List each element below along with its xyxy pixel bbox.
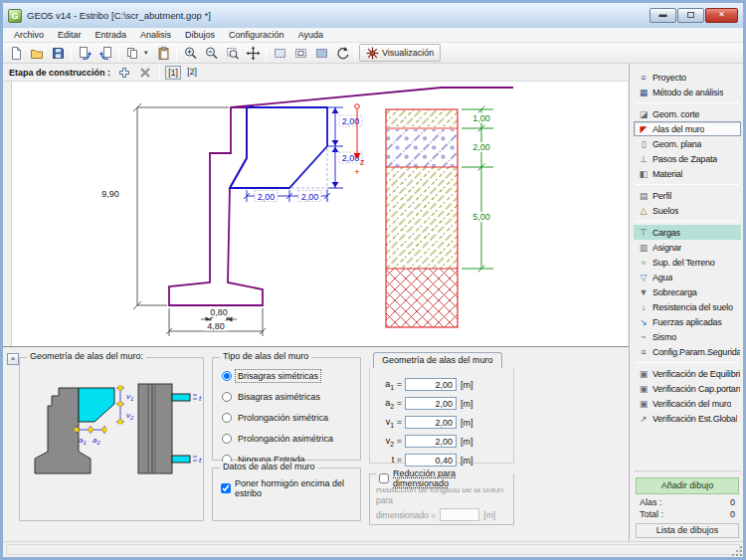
sidebar-item-sismo[interactable]: ~ Sismo — [634, 329, 741, 344]
reduction-checkbox[interactable] — [379, 473, 389, 483]
radio-bisagras-asimetricas-input[interactable] — [222, 392, 232, 402]
sidebar-item-alas-del-muro[interactable]: ◤ Alas del muro — [634, 121, 741, 136]
minimize-button[interactable]: ▬ — [650, 8, 676, 23]
menu-editar[interactable]: Editar — [51, 28, 89, 43]
stage-2-button[interactable]: [2] — [184, 66, 200, 80]
zoom-extents-button[interactable] — [222, 44, 242, 62]
surcharge-icon: ▼ — [638, 286, 650, 298]
select-fill-button[interactable] — [311, 44, 331, 62]
water-icon: ▽ — [638, 272, 650, 283]
svg-text:a2: a2 — [93, 436, 100, 446]
sidebar-item-material[interactable]: ◧ Material — [634, 166, 741, 181]
sidebar-item-verificacion-est-global[interactable]: ↗ Verificación Est.Global — [634, 411, 741, 426]
copy-button[interactable] — [122, 44, 142, 62]
select-region-button[interactable] — [270, 44, 289, 62]
reduction-checkbox-row[interactable]: Reducción para dimensionado — [376, 468, 513, 488]
soil-resistance-icon: ↓ — [638, 301, 650, 313]
title-bar[interactable]: G GEO5 v14 - Estribo [C:\scr_abutment.go… — [3, 3, 743, 28]
remove-stage-button[interactable] — [136, 65, 154, 80]
radio-bisagras-simetricas-input[interactable] — [222, 371, 232, 381]
radio-prolongacion-asimetrica-input[interactable] — [222, 434, 232, 444]
sidebar-item-geom-corte[interactable]: ◪ Geom. corte — [634, 106, 741, 121]
app-icon: G — [8, 9, 22, 23]
stem-width-label: 0,80 — [210, 307, 228, 317]
sidebar-item-sobrecarga[interactable]: ▼ Sobrecarga — [634, 284, 741, 299]
menu-ayuda[interactable]: Ayuda — [291, 28, 330, 43]
sidebar-item-cargas[interactable]: ⊤ Cargas — [634, 225, 741, 240]
zoom-out-icon — [204, 46, 219, 61]
copy-view-icon — [78, 46, 93, 61]
paste-button[interactable] — [153, 44, 173, 62]
main-toolbar: ▾ Visualizació — [3, 43, 743, 64]
status-bar — [3, 541, 743, 557]
zoom-out-button[interactable] — [201, 44, 221, 62]
field-row-a1: a1 = [m] — [370, 375, 513, 394]
sidebar-item-suelos[interactable]: △ Suelos — [634, 203, 741, 218]
wing-wall-icon: ◤ — [638, 123, 650, 135]
sidebar-item-resistencia-del-suelo[interactable]: ↓ Resistencia del suelo — [634, 299, 741, 314]
zoom-in-button[interactable] — [180, 44, 200, 62]
menu-analisis[interactable]: Analisis — [133, 28, 178, 43]
select-window-button[interactable] — [290, 44, 310, 62]
z-axis: z + — [354, 104, 366, 177]
sidebar-item-geom-plana[interactable]: ▯ Geom. plana — [634, 136, 741, 151]
sidebar-item-verificacion-del-muro[interactable]: ▣ Verificación del muro — [634, 396, 741, 411]
sidebar-item-fuerzas-aplicadas[interactable]: ↘ Fuerzas aplicadas — [634, 314, 741, 329]
z-axis-label: z — [360, 157, 365, 167]
radio-prolongacion-simetrica[interactable]: Prolongación simétrica — [222, 407, 360, 428]
sidebar-item-sup-del-terreno[interactable]: ≈ Sup. del Terreno — [634, 255, 741, 270]
footing-steps-icon: ⊥ — [638, 153, 650, 165]
stage-1-button[interactable]: [1] — [165, 66, 181, 80]
sidebar-item-verificacion-cap-portante[interactable]: ▣ Verificación Cap.portante — [634, 381, 741, 396]
wing-wall-illustration: v1 v2 a1 a2 t t — [21, 364, 202, 511]
global-stability-check-icon: ↗ — [638, 413, 650, 425]
maximize-button[interactable] — [677, 8, 704, 23]
alas-count-row: Alas :0 — [634, 496, 741, 508]
svg-text:t: t — [199, 456, 202, 465]
wing-vertical-dimension — [291, 107, 343, 202]
drawing-area[interactable]: 9,90 2,00 2,00 — [11, 82, 628, 346]
paste-view-icon — [98, 46, 113, 61]
sidebar-item-pasos-de-zapata[interactable]: ⊥ Pasos de Zapata — [634, 151, 741, 166]
menu-dibujos[interactable]: Dibujos — [178, 28, 222, 43]
radio-prolongacion-asimetrica[interactable]: Prolongación asimétrica — [222, 428, 360, 449]
new-file-button[interactable] — [6, 44, 26, 62]
sidebar-item-config-param-seguridad[interactable]: ≡ Config.Param.Seguridad — [634, 344, 741, 359]
visualization-button[interactable]: Visualización — [359, 44, 441, 62]
add-stage-button[interactable] — [115, 65, 133, 80]
sidebar-item-metodo-de-analisis[interactable]: ▦ Método de análisis — [634, 85, 741, 99]
v2-input[interactable] — [405, 435, 457, 448]
drawing-list-button[interactable]: Lista de dibujos — [636, 523, 739, 538]
menu-entrada[interactable]: Entrada — [89, 28, 134, 43]
concrete-checkbox[interactable] — [221, 483, 231, 493]
menu-archivo[interactable]: Archivo — [7, 28, 51, 43]
radio-prolongacion-simetrica-input[interactable] — [222, 413, 232, 423]
tab-geometria-alas[interactable]: Geometría de alas del muro — [373, 352, 502, 368]
close-button[interactable]: ✕ — [705, 8, 738, 23]
rotate-view-button[interactable] — [332, 44, 352, 62]
open-file-button[interactable] — [27, 44, 47, 62]
sidebar-item-proyecto[interactable]: ≡ Proyecto — [634, 70, 741, 85]
save-file-button[interactable] — [48, 44, 68, 62]
menu-bar: Archivo Editar Entrada Analisis Dibujos … — [3, 28, 743, 43]
a1-input[interactable] — [405, 378, 457, 391]
copy-view-button[interactable] — [75, 44, 94, 62]
t-input[interactable] — [405, 454, 457, 467]
sidebar-item-perfil[interactable]: ▤ Perfil — [634, 188, 741, 203]
radio-bisagras-asimetricas[interactable]: Bisagras asimétricas — [222, 386, 360, 407]
add-drawing-button[interactable]: Añadir dibujo — [636, 477, 739, 494]
menu-configuracion[interactable]: Configuración — [222, 28, 291, 43]
assign-icon: ▥ — [638, 242, 650, 254]
sidebar-item-verificacion-de-equilibrio[interactable]: ▣ Verificación de Equilibrio — [634, 366, 741, 381]
reduction-length-input[interactable] — [440, 508, 479, 521]
radio-bisagras-simetricas[interactable]: Brisagras simétricas — [222, 365, 360, 386]
a2-input[interactable] — [405, 397, 457, 410]
panel-close-button[interactable]: × — [7, 353, 19, 365]
v1-input[interactable] — [405, 416, 457, 429]
paste-view-button[interactable] — [95, 44, 115, 62]
sidebar-item-agua[interactable]: ▽ Agua — [634, 270, 741, 284]
sidebar-item-asignar[interactable]: ▥ Asignar — [634, 240, 741, 255]
copy-dropdown-button[interactable]: ▾ — [143, 44, 152, 62]
pan-button[interactable] — [243, 44, 263, 62]
concrete-checkbox-row[interactable]: Poner hormigón encima del estribo — [221, 478, 360, 498]
